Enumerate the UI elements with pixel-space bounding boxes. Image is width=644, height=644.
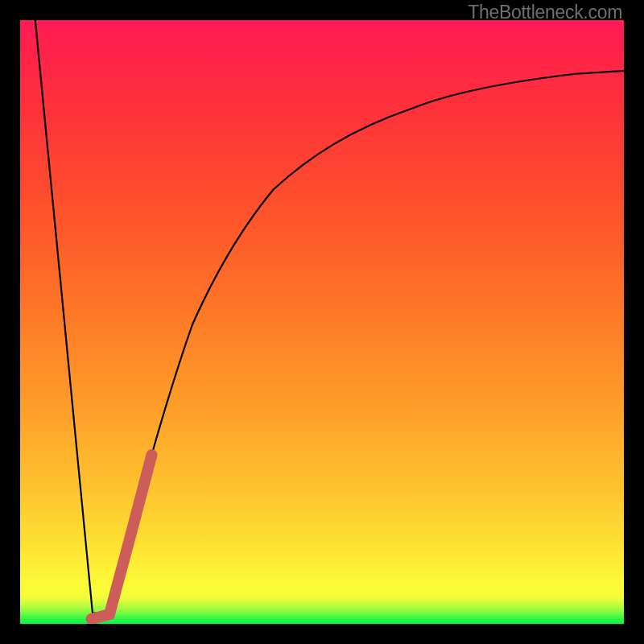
watermark-text: TheBottleneck.com bbox=[468, 2, 622, 23]
bottleneck-curve bbox=[35, 20, 624, 613]
chart-frame: TheBottleneck.com bbox=[0, 0, 644, 644]
chart-svg bbox=[20, 20, 624, 624]
highlight-segment bbox=[92, 455, 152, 619]
